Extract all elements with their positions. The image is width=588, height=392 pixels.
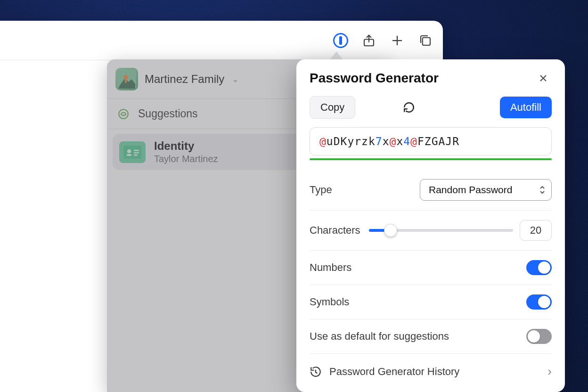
- characters-row: Characters 20: [310, 211, 552, 251]
- item-title: Identity: [154, 139, 218, 153]
- svg-point-6: [119, 109, 128, 119]
- onepassword-extension-icon[interactable]: [333, 33, 349, 49]
- svg-rect-1: [423, 37, 430, 45]
- tab-overview-icon[interactable]: [417, 33, 433, 49]
- default-row: Use as default for suggestions: [310, 319, 552, 354]
- copy-button[interactable]: Copy: [310, 96, 355, 119]
- password-strength-bar: [310, 158, 552, 160]
- svg-rect-10: [134, 150, 139, 151]
- close-icon: [539, 74, 548, 83]
- plus-icon[interactable]: [389, 33, 405, 49]
- password-generator-panel: Password Generator Copy Autofill @uDKyrz…: [296, 59, 565, 392]
- vault-avatar-icon[interactable]: [115, 68, 138, 90]
- panel-title: Password Generator: [310, 71, 439, 86]
- history-icon: [310, 366, 322, 378]
- length-slider[interactable]: [369, 229, 513, 232]
- numbers-row: Numbers: [310, 251, 552, 285]
- item-subtitle: Taylor Martinez: [154, 154, 218, 164]
- symbols-row: Symbols: [310, 285, 552, 319]
- history-button[interactable]: Password Generator History ›: [310, 354, 552, 384]
- characters-label: Characters: [310, 224, 360, 237]
- autofill-button[interactable]: Autofill: [500, 97, 552, 118]
- slider-thumb[interactable]: [384, 224, 397, 237]
- numbers-toggle[interactable]: [526, 260, 552, 275]
- generated-password-field[interactable]: @uDKyrzk7x@x4@FZGAJR: [310, 127, 552, 155]
- svg-rect-12: [134, 155, 138, 156]
- chevron-right-icon: ›: [547, 364, 552, 379]
- svg-point-8: [127, 149, 131, 153]
- browser-toolbar: [0, 21, 443, 60]
- refresh-icon: [403, 101, 415, 114]
- suggestions-label: Suggestions: [138, 107, 198, 120]
- length-value[interactable]: 20: [520, 220, 552, 241]
- type-select[interactable]: Random Password: [420, 179, 552, 201]
- svg-point-3: [123, 75, 128, 80]
- history-label: Password Generator History: [329, 366, 459, 378]
- type-label: Type: [310, 184, 332, 196]
- numbers-label: Numbers: [310, 261, 351, 274]
- vault-name[interactable]: Martinez Family: [145, 73, 224, 86]
- share-icon[interactable]: [361, 33, 377, 49]
- type-value: Random Password: [429, 184, 512, 195]
- default-label: Use as default for suggestions: [310, 330, 449, 343]
- suggestions-icon: [117, 108, 130, 120]
- default-toggle[interactable]: [526, 329, 552, 344]
- svg-rect-11: [134, 152, 139, 154]
- popover-pointer: [330, 51, 343, 60]
- vault-chevron-icon[interactable]: ⌄: [232, 74, 239, 84]
- type-row: Type Random Password: [310, 170, 552, 211]
- symbols-label: Symbols: [310, 296, 349, 308]
- symbols-toggle[interactable]: [526, 294, 552, 310]
- close-button[interactable]: [535, 72, 552, 85]
- select-chevron-icon: [539, 185, 546, 195]
- identity-card-icon: [119, 141, 146, 163]
- regenerate-button[interactable]: [400, 98, 418, 116]
- svg-rect-4: [125, 79, 127, 83]
- svg-rect-9: [127, 154, 131, 156]
- svg-rect-7: [123, 146, 141, 159]
